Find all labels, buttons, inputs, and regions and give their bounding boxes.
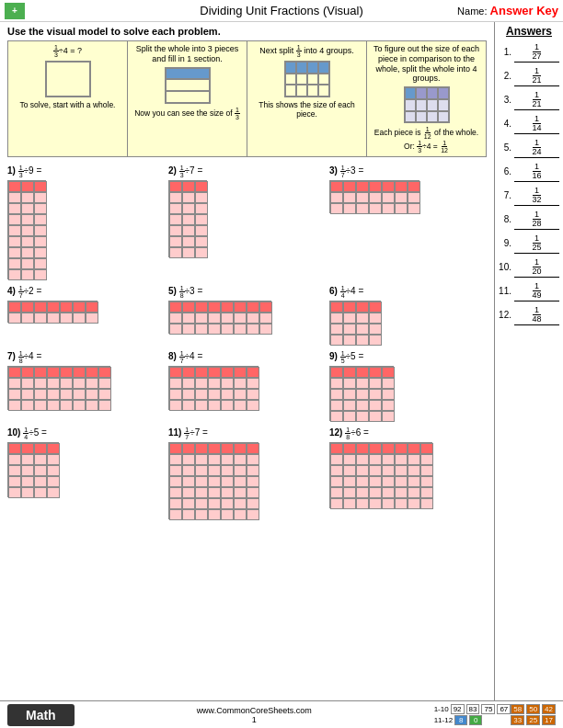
grid-cell [73,378,86,389]
grid-cell [169,476,182,487]
grid-cell [247,509,259,520]
grid-cell [208,367,221,378]
grid-cell [8,487,21,498]
grid-cell [8,269,21,280]
grid-cell [369,367,382,378]
grid-cell [247,454,259,465]
grid-cell [369,181,382,192]
grid-cell [234,301,247,313]
answer-frac-5: 1 24 [514,137,559,158]
grid-cell [195,487,208,498]
prob-num-5: 5) [168,286,177,296]
grid-cell [169,487,182,498]
grid-cell [343,498,356,509]
grid-cell [182,443,195,454]
grid-cell [356,389,369,400]
grid-cell [34,454,47,465]
grid-cell [182,225,195,236]
step1-grid [45,61,91,97]
answer-num-6: 6. [499,166,511,176]
grid-cell [369,335,382,346]
grid-cell [330,378,343,389]
grid-cell [221,476,234,487]
grid-cell [259,301,272,313]
grid-cell [382,476,395,487]
grid-cell [330,324,343,335]
grid-cell [182,203,195,214]
content-area: Use the visual model to solve each probl… [0,22,494,700]
step3-caption: This shows the size of each piece. [250,100,363,119]
grid-cell [382,367,395,378]
grid-cell [47,487,60,498]
prob-num-11: 11) [168,427,181,438]
grid-cell [169,225,182,236]
grid-cell [408,443,420,454]
grid-cell [369,400,382,411]
grid-cell [221,498,234,509]
prob-num-10: 10) [7,427,20,438]
problem-label-1: 1) 13÷9 = [7,165,165,178]
pct-33: 33 [511,715,524,725]
grid-cell [8,301,21,313]
grid-cell [343,400,356,411]
logo: + [5,3,25,19]
grid-cell [34,476,47,487]
problem-7: 7) 18÷4 = [7,350,165,421]
problem-4: 4) 17÷2 = [7,285,165,345]
answer-num-11: 11. [499,286,511,296]
grid-cell [34,400,47,411]
step2-grid [165,67,211,104]
answer-item-1: 1. 1 27 [499,41,559,63]
grid-cell [408,498,420,509]
grid-cell [195,324,208,335]
problem-grid-2 [168,180,207,257]
grid-cell [369,454,382,465]
problem-label-11: 11) 17÷7 = [168,427,326,440]
grid-cell [343,367,356,378]
grid-cell [395,465,408,476]
problem-3: 3) 17÷3 = [329,165,487,279]
grid-cell [86,367,98,378]
grid-cell [182,324,195,335]
grid-cell [34,367,47,378]
answer-num-7: 7. [499,190,511,200]
grid-cell [21,192,34,203]
grid-cell [208,400,221,411]
answer-item-11: 11. 1 49 [499,280,559,301]
grid-cell [369,411,382,422]
answer-frac-1: 1 27 [514,41,559,63]
grid-cell [169,301,182,313]
page-number: 1 [75,715,434,724]
grid-cell [169,203,182,214]
example-box: 13÷4 = ? To solve, start with a whole. S… [7,40,487,157]
grid-cell [73,301,86,313]
grid-cell [234,443,247,454]
answer-frac-3: 1 21 [514,89,559,110]
answer-num-4: 4. [499,119,511,129]
grid-cell [234,367,247,378]
grid-cell [420,476,433,487]
grid-cell [369,476,382,487]
grid-cell [343,389,356,400]
grid-cell [60,367,73,378]
problem-grid-12 [329,442,432,508]
score-range-2: 11-12 [434,716,453,724]
grid-cell [420,498,433,509]
grid-cell [343,335,356,346]
grid-cell [195,509,208,520]
grid-cell [34,192,47,203]
grid-cell [195,236,208,247]
grid-cell [420,443,433,454]
grid-cell [369,465,382,476]
grid-cell [47,378,60,389]
grid-cell [247,400,259,411]
grid-cell [21,443,34,454]
grid-cell [182,378,195,389]
grid-cell [21,247,34,258]
grid-cell [8,214,21,225]
grid-cell [34,378,47,389]
answer-item-5: 5. 1 24 [499,137,559,158]
grid-cell [356,411,369,422]
footer-url: www.CommonCoreSheets.com 1 [75,706,434,724]
grid-cell [343,181,356,192]
